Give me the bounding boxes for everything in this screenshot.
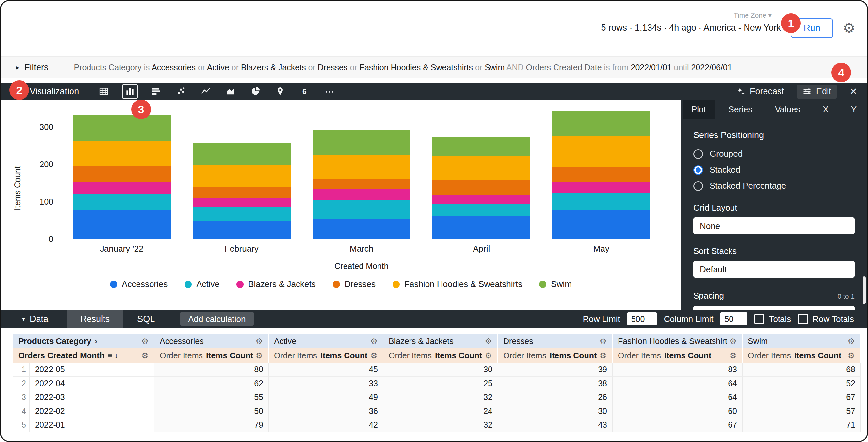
gear-icon[interactable]: ⚙	[256, 351, 263, 360]
bar-chart-icon[interactable]	[150, 85, 163, 98]
bar-segment[interactable]	[312, 219, 410, 239]
settings-gear-icon[interactable]: ⚙	[843, 21, 855, 35]
pivot-header-cell[interactable]: Active⚙	[269, 334, 383, 348]
pivot-header-cell[interactable]: Blazers & Jackets⚙	[383, 334, 498, 348]
value-cell[interactable]: 45	[269, 363, 383, 377]
bar-segment[interactable]	[73, 115, 171, 141]
measure-field-header-cell[interactable]: Order Items Items Count⚙	[383, 348, 498, 363]
measure-field-header-cell[interactable]: Order Items Items Count⚙	[154, 348, 269, 363]
grid-layout-select[interactable]: None	[693, 217, 855, 234]
gear-icon[interactable]: ⚙	[848, 351, 855, 360]
value-cell[interactable]: 26	[498, 390, 613, 405]
value-cell[interactable]: 38	[498, 377, 613, 391]
add-calculation-button[interactable]: Add calculation	[180, 312, 253, 326]
measure-field-header-cell[interactable]: Order Items Items Count⚙	[743, 348, 861, 363]
scatter-chart-icon[interactable]	[175, 85, 187, 98]
bar-segment[interactable]	[432, 156, 530, 180]
gear-icon[interactable]: ⚙	[142, 351, 149, 360]
forecast-button[interactable]: Forecast	[736, 87, 784, 97]
area-chart-icon[interactable]	[224, 85, 237, 98]
value-cell[interactable]: 50	[154, 405, 269, 418]
value-cell[interactable]: 60	[613, 405, 743, 418]
gear-icon[interactable]: ⚙	[142, 337, 149, 346]
value-cell[interactable]: 36	[269, 405, 383, 418]
stacked-bar[interactable]	[73, 115, 171, 239]
bar-segment[interactable]	[193, 221, 291, 239]
bar-segment[interactable]	[73, 166, 171, 182]
bar-segment[interactable]	[193, 198, 291, 207]
pivot-header-cell[interactable]: Accessories⚙	[154, 334, 269, 348]
value-cell[interactable]: 67	[613, 418, 743, 432]
row-limit-input[interactable]	[627, 312, 657, 325]
sort-icons[interactable]: ≡ ↓	[108, 351, 119, 360]
totals-checkbox[interactable]	[754, 314, 764, 324]
bar-segment[interactable]	[193, 187, 291, 198]
filters-toggle[interactable]: ▸ Filters	[16, 62, 49, 72]
data-tab-sql[interactable]: SQL	[123, 310, 168, 328]
value-cell[interactable]: 67	[743, 390, 861, 405]
gear-icon[interactable]: ⚙	[848, 337, 855, 346]
visualization-toggle[interactable]: ▸ Visualization	[22, 87, 79, 97]
bar-segment[interactable]	[193, 207, 291, 221]
bar-segment[interactable]	[73, 210, 171, 239]
more-chart-types-icon[interactable]: ⋯	[323, 85, 336, 98]
radio-option-grouped[interactable]: Grouped	[693, 149, 855, 159]
gear-icon[interactable]: ⚙	[370, 337, 377, 346]
edit-tab-y[interactable]: Y	[842, 100, 865, 119]
bar-segment[interactable]	[432, 216, 530, 239]
month-cell[interactable]: 2022-02	[30, 405, 154, 418]
measure-field-header-cell[interactable]: Order Items Items Count⚙	[269, 348, 383, 363]
value-cell[interactable]: 25	[383, 377, 498, 391]
bar-segment[interactable]	[552, 167, 650, 182]
value-cell[interactable]: 33	[269, 377, 383, 391]
legend-item[interactable]: Accessories	[110, 279, 167, 289]
value-cell[interactable]: 52	[743, 377, 861, 391]
gear-icon[interactable]: ⚙	[599, 337, 607, 346]
stacked-bar[interactable]	[312, 130, 410, 239]
table-chart-icon[interactable]	[97, 85, 111, 98]
single-value-icon[interactable]: 6	[299, 85, 312, 98]
column-chart-icon[interactable]	[122, 84, 138, 99]
edit-tab-plot[interactable]: Plot	[683, 100, 714, 119]
radio-option-stacked[interactable]: Stacked	[693, 165, 855, 175]
edit-button[interactable]: Edit	[797, 85, 837, 99]
panel-scrollbar[interactable]	[863, 277, 866, 304]
stacked-bar[interactable]	[432, 137, 530, 239]
bar-segment[interactable]	[552, 110, 650, 136]
value-cell[interactable]: 71	[743, 418, 861, 432]
close-panel-icon[interactable]: ✕	[850, 86, 857, 97]
bar-segment[interactable]	[432, 204, 530, 216]
month-cell[interactable]: 2022-01	[30, 418, 154, 432]
bar-segment[interactable]	[552, 210, 650, 239]
measure-field-header-cell[interactable]: Order Items Items Count⚙	[613, 348, 743, 363]
stacked-bar[interactable]	[193, 143, 291, 239]
gear-icon[interactable]: ⚙	[730, 351, 737, 360]
value-cell[interactable]: 43	[498, 418, 613, 432]
data-section-toggle[interactable]: ▾ Data	[22, 314, 48, 324]
dimension-header-cell[interactable]: Products Category›⚙	[13, 334, 154, 348]
value-cell[interactable]: 42	[269, 418, 383, 432]
value-cell[interactable]: 68	[743, 363, 861, 377]
bar-segment[interactable]	[552, 136, 650, 167]
sort-stacks-select[interactable]: Default	[693, 261, 855, 278]
month-cell[interactable]: 2022-04	[30, 377, 154, 391]
bar-segment[interactable]	[552, 193, 650, 209]
value-cell[interactable]: 79	[154, 418, 269, 432]
pie-chart-icon[interactable]	[249, 85, 262, 98]
bar-segment[interactable]	[432, 180, 530, 194]
stacked-bar[interactable]	[552, 110, 650, 239]
legend-item[interactable]: Blazers & Jackets	[237, 279, 316, 289]
gear-icon[interactable]: ⚙	[485, 351, 492, 360]
value-cell[interactable]: 32	[383, 418, 498, 432]
bar-segment[interactable]	[312, 130, 410, 155]
value-cell[interactable]: 64	[613, 377, 743, 391]
value-cell[interactable]: 55	[154, 390, 269, 405]
value-cell[interactable]: 30	[498, 405, 613, 418]
value-cell[interactable]: 24	[383, 405, 498, 418]
gear-icon[interactable]: ⚙	[599, 351, 607, 360]
gear-icon[interactable]: ⚙	[485, 337, 492, 346]
value-cell[interactable]: 49	[269, 390, 383, 405]
value-cell[interactable]: 62	[154, 377, 269, 391]
data-tab-results[interactable]: Results	[67, 310, 123, 328]
bar-segment[interactable]	[312, 189, 410, 201]
